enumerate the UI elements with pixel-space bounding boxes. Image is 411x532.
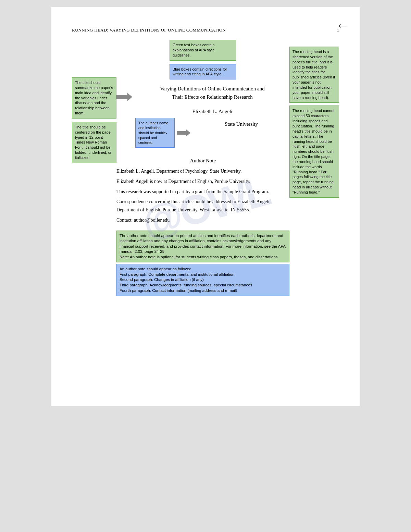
gray-arrow-2-icon: [177, 129, 190, 137]
author-name: Elizabeth L. Angeli: [135, 109, 289, 114]
center-column: Green text boxes contain explanations of…: [116, 40, 289, 296]
author-center: Elizabeth L. Angeli: [135, 106, 289, 114]
author-note-title: Author Note: [116, 158, 289, 164]
body-p5: Contact: author@boiler.edu: [116, 216, 289, 224]
bottom-boxes: The author note should appear on printed…: [116, 231, 289, 296]
gray-arrow-icon: [116, 92, 132, 102]
top-green-box: Green text boxes contain explanations of…: [170, 40, 236, 61]
left-green-box-1: The title should summarize the paper's m…: [72, 77, 116, 119]
body-p1: Elizabeth L. Angeli, Department of Psych…: [116, 167, 289, 175]
title-block: Varying Definitions of Online Communicat…: [135, 85, 289, 101]
institution-block: The author's name and institution should…: [135, 116, 289, 148]
body-p2: Elizabeth Angeli is now at Department of…: [116, 177, 289, 186]
institution-row: The author's name and institution should…: [116, 116, 289, 148]
running-head-line: Running head: VARYING DEFINITIONS OF ONL…: [72, 27, 339, 33]
right-green-box-2: The running head cannot exceed 50 charac…: [289, 106, 339, 197]
main-area: The title should summarize the paper's m…: [72, 40, 339, 296]
body-p3: This research was supported in part by a…: [116, 188, 289, 196]
author-row: Elizabeth L. Angeli: [116, 106, 289, 114]
top-blue-box: Blue boxes contain directions for writin…: [170, 64, 236, 80]
right-column: The running head is a shortened version …: [289, 40, 339, 296]
left-column: The title should summarize the paper's m…: [72, 40, 116, 296]
title-row: Varying Definitions of Online Communicat…: [116, 85, 289, 102]
back-arrow-icon[interactable]: ←: [336, 17, 349, 33]
page: ← Running head: VARYING DEFINITIONS OF O…: [51, 7, 360, 406]
right-green-box-1: The running head is a shortened version …: [289, 47, 339, 103]
title-line2: Their Effects on Relationship Research: [135, 93, 289, 101]
inline-blue-box: The author's name and institution should…: [135, 118, 175, 148]
left-green-box-2: The title should be centered on the page…: [72, 122, 116, 163]
running-head-text: Running head: VARYING DEFINITIONS OF ONL…: [72, 27, 226, 33]
title-line1: Varying Definitions of Online Communicat…: [135, 85, 289, 93]
institution-text: State University: [193, 116, 289, 127]
bottom-blue-box: An author note should appear as follows:…: [116, 264, 289, 296]
svg-marker-0: [116, 93, 132, 101]
body-text: Elizabeth L. Angeli, Department of Psych…: [116, 167, 289, 224]
body-p4: Correspondence concerning this article s…: [116, 198, 289, 214]
author-note-section: Author Note: [116, 158, 289, 164]
bottom-green-box: The author note should appear on printed…: [116, 231, 289, 263]
svg-marker-1: [177, 129, 190, 136]
